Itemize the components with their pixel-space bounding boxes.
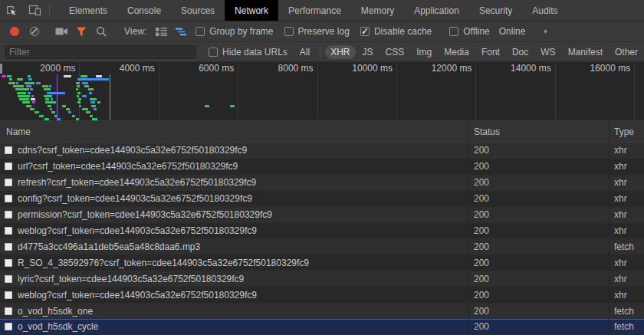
filter-type-doc[interactable]: Doc	[507, 45, 534, 59]
filter-type-manifest[interactable]: Manifest	[563, 45, 608, 59]
table-row[interactable]: d4775a3cc496a1a1deb5ea5a48c8daa6.mp3200f…	[0, 238, 644, 255]
table-row[interactable]: lyric?csrf_token=cdee144903c5a32e6752f50…	[0, 271, 644, 287]
request-type: fetch	[609, 238, 644, 255]
request-status: 200	[468, 271, 609, 287]
waterfall-bar	[15, 88, 29, 90]
request-type: xhr	[609, 223, 644, 239]
record-button[interactable]	[5, 27, 25, 36]
request-name: o_vod_h5sdk_one	[18, 306, 93, 317]
request-status: 200	[468, 255, 609, 271]
waterfall-bar	[49, 85, 51, 87]
file-icon	[5, 211, 12, 218]
filter-funnel-icon[interactable]	[71, 27, 91, 37]
waterfall-bar	[76, 88, 78, 90]
waterfall-bar	[17, 78, 23, 80]
network-filter-bar: Hide data URLs AllXHRJSCSSImgMediaFontDo…	[0, 42, 644, 62]
filter-type-font[interactable]: Font	[476, 45, 505, 59]
waterfall-bar	[77, 92, 80, 94]
waterfall-bar	[45, 98, 49, 100]
timeline-gridline	[475, 62, 476, 120]
filter-type-other[interactable]: Other	[610, 45, 643, 59]
filter-type-css[interactable]: CSS	[380, 45, 410, 59]
hide-data-urls-checkbox[interactable]: Hide data URLs	[209, 47, 288, 57]
waterfall-bar	[50, 108, 53, 110]
waterfall-bar	[7, 75, 12, 77]
search-icon[interactable]	[91, 26, 111, 38]
column-header-type[interactable]: Type	[609, 121, 644, 142]
tab-elements[interactable]: Elements	[59, 0, 117, 21]
file-icon	[5, 307, 12, 315]
large-rows-icon[interactable]	[151, 27, 171, 37]
preserve-log-checkbox-box[interactable]	[284, 27, 294, 36]
table-row[interactable]: permission?csrf_token=cdee144903c5a32e67…	[0, 207, 644, 223]
waterfall-bar	[92, 118, 97, 120]
tab-network[interactable]: Network	[225, 0, 278, 21]
request-type: xhr	[609, 207, 644, 223]
waterfall-bar	[84, 85, 89, 87]
filter-type-js[interactable]: JS	[357, 45, 379, 59]
table-row[interactable]: R_SO_4_38592976?csrf_token=cdee144903c5a…	[0, 255, 644, 271]
group-by-frame-checkbox[interactable]: Group by frame	[196, 26, 273, 37]
table-row[interactable]: config?csrf_token=cdee144903c5a32e6752f5…	[0, 191, 644, 207]
load-event-line	[110, 74, 110, 120]
waterfall-bar	[82, 95, 87, 97]
overview-scroll-handle[interactable]	[0, 64, 2, 74]
waterfall-bar	[66, 108, 70, 110]
request-status: 200	[468, 303, 609, 319]
tab-sources[interactable]: Sources	[171, 0, 225, 21]
waterfall-bar	[90, 98, 97, 100]
waterfall-bar	[80, 75, 87, 77]
table-row[interactable]: weblog?csrf_token=cdee144903c5a32e6752f5…	[0, 287, 644, 303]
offline-checkbox-box[interactable]	[449, 27, 458, 36]
waterfall-bar	[77, 95, 80, 97]
filter-type-ws[interactable]: WS	[535, 45, 560, 59]
waterfall-bar	[28, 78, 32, 80]
waterfall-bar	[90, 115, 94, 117]
throttling-select[interactable]: Online ▼	[499, 26, 549, 37]
column-header-name[interactable]: Name	[0, 126, 468, 137]
disable-cache-checkbox[interactable]: Disable cache	[360, 26, 432, 37]
waterfall-bar	[36, 82, 41, 84]
device-toolbar-icon[interactable]	[23, 0, 46, 21]
request-type: xhr	[609, 175, 644, 191]
preserve-log-checkbox[interactable]: Preserve log	[284, 26, 350, 37]
table-row[interactable]: weblog?csrf_token=cdee144903c5a32e6752f5…	[0, 223, 644, 239]
filter-type-media[interactable]: Media	[439, 45, 475, 59]
filter-type-all[interactable]: All	[294, 45, 315, 59]
waterfall-bar	[62, 105, 66, 107]
tab-memory[interactable]: Memory	[351, 0, 404, 21]
filter-input[interactable]	[5, 45, 196, 59]
waterfall-bar	[31, 98, 35, 100]
group-by-frame-checkbox-box[interactable]	[196, 27, 205, 36]
filter-type-img[interactable]: Img	[411, 45, 437, 59]
table-row[interactable]: o_vod_h5sdk_cycle200fetch	[0, 319, 644, 335]
file-icon	[5, 195, 12, 202]
network-overview-timeline[interactable]: 2000 ms4000 ms6000 ms8000 ms10000 ms1200…	[0, 62, 644, 121]
file-icon	[5, 259, 12, 267]
tab-audits[interactable]: Audits	[522, 0, 567, 21]
request-name: o_vod_h5sdk_cycle	[18, 321, 98, 332]
hide-data-urls-checkbox-box[interactable]	[209, 48, 218, 57]
column-header-status[interactable]: Status	[468, 121, 609, 142]
clear-button[interactable]	[25, 27, 44, 36]
tab-application[interactable]: Application	[404, 0, 469, 21]
table-row[interactable]: url?csrf_token=cdee144903c5a32e6752f5018…	[0, 159, 644, 175]
offline-checkbox[interactable]: Offline	[449, 26, 489, 37]
table-row[interactable]: refresh?csrf_token=cdee144903c5a32e6752f…	[0, 175, 644, 191]
tab-performance[interactable]: Performance	[278, 0, 351, 21]
waterfall-bar	[72, 115, 75, 117]
tab-console[interactable]: Console	[117, 0, 171, 21]
request-status: 200	[468, 238, 609, 255]
camera-icon[interactable]	[51, 27, 71, 36]
waterfall-bar	[78, 98, 81, 100]
waterfall-view-icon[interactable]	[171, 27, 191, 37]
request-type: xhr	[609, 143, 644, 159]
waterfall-bar	[205, 105, 210, 107]
table-row[interactable]: o_vod_h5sdk_one200fetch	[0, 303, 644, 319]
disable-cache-checkbox-box[interactable]	[360, 27, 370, 36]
table-row[interactable]: cdns?csrf_token=cdee144903c5a32e6752f501…	[0, 143, 644, 159]
inspect-element-icon[interactable]	[0, 0, 23, 21]
filter-type-xhr[interactable]: XHR	[325, 45, 355, 59]
tab-security[interactable]: Security	[469, 0, 522, 21]
waterfall-bar	[94, 108, 97, 110]
